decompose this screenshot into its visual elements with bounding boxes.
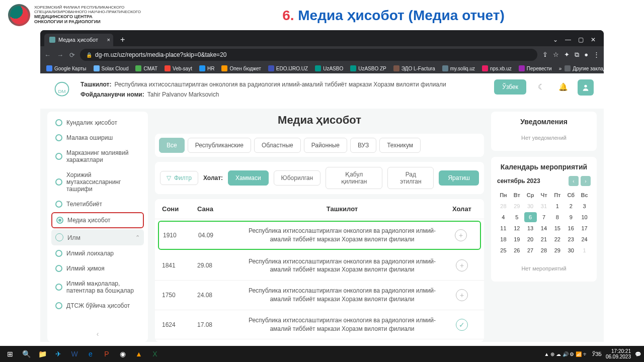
type-tab-region[interactable]: Областные — [254, 138, 301, 153]
calendar-day[interactable]: 28 — [538, 245, 550, 255]
calendar-prev-button[interactable]: ‹ — [569, 176, 579, 186]
type-tab-university[interactable]: ВУЗ — [350, 138, 376, 153]
table-row[interactable]: 162417.08Республика ихтисослаштирилган о… — [155, 310, 484, 340]
bell-icon[interactable]: 🔔 — [555, 79, 571, 95]
explorer-icon[interactable]: 📁 — [35, 347, 49, 361]
calendar-day[interactable]: 31 — [538, 201, 550, 211]
app-icon[interactable]: ▲ — [132, 347, 146, 361]
bookmarks-overflow-icon[interactable]: » — [559, 66, 562, 71]
minimize-icon[interactable]: — — [565, 36, 571, 43]
table-row[interactable]: 184129.08Республика ихтисослаштирилган о… — [155, 251, 484, 281]
type-tab-all[interactable]: Все — [159, 138, 185, 153]
bookmark-item[interactable]: CMAT — [135, 65, 157, 71]
calendar-day[interactable]: 29 — [511, 201, 523, 211]
tab-close-icon[interactable]: × — [107, 37, 110, 43]
calendar-day[interactable]: 6 — [524, 212, 537, 222]
bookmark-item[interactable]: Veb-sayt — [165, 65, 192, 71]
chrome-icon[interactable]: ◉ — [116, 347, 130, 361]
sidebar-item-media-report[interactable]: Медиа ҳисобот — [51, 212, 144, 228]
bookmark-item[interactable]: ЭДО L-Factura — [393, 65, 435, 71]
other-bookmarks[interactable]: Другие закладки — [565, 65, 604, 71]
calendar-day[interactable]: 7 — [538, 212, 550, 222]
calendar-day[interactable]: 8 — [551, 212, 564, 222]
browser-tab[interactable]: Медиа ҳисобот × — [44, 34, 113, 46]
calendar-day[interactable]: 15 — [551, 223, 564, 233]
status-pill-accepted[interactable]: Қабул қилинган — [326, 167, 382, 189]
search-icon[interactable]: 🔍 — [19, 347, 33, 361]
maximize-icon[interactable]: ▢ — [578, 36, 584, 43]
table-row[interactable]: 191004.09Республика ихтисослаштирилган о… — [158, 221, 481, 250]
calendar-day[interactable]: 16 — [565, 223, 577, 233]
calendar-day[interactable]: 17 — [578, 223, 591, 233]
status-plus-icon[interactable]: + — [456, 289, 468, 301]
new-tab-button[interactable]: + — [116, 33, 129, 46]
collections-icon[interactable]: ⧉ — [575, 51, 579, 59]
calendar-day[interactable]: 13 — [524, 223, 537, 233]
sidebar-item-articles[interactable]: Илмий мақолалар, патентлар ва бошқалар — [51, 277, 144, 298]
calendar-day[interactable]: 18 — [497, 234, 510, 244]
calendar-day[interactable]: 23 — [565, 234, 577, 244]
calendar-day[interactable]: 1 — [551, 201, 564, 211]
table-row[interactable]: 161916.08Республика ихтисослаштирилган о… — [155, 339, 484, 342]
calendar-day[interactable]: 25 — [497, 245, 510, 255]
calendar-next-button[interactable]: › — [581, 176, 591, 186]
powerpoint-icon[interactable]: P — [100, 347, 114, 361]
calendar-day[interactable]: 24 — [578, 234, 591, 244]
url-input[interactable]: 🔒 dg-m.uz/uz/reports/media-place?skip=0&… — [80, 49, 537, 61]
bookmark-item[interactable]: Solax Cloud — [94, 65, 129, 71]
calendar-day[interactable]: 29 — [551, 245, 564, 255]
user-profile-button[interactable] — [578, 79, 594, 96]
language-button[interactable]: Ўзбек — [494, 79, 526, 95]
calendar-day[interactable]: 1 — [578, 245, 591, 255]
table-row[interactable]: 175024.08Республика ихтисослаштирилган о… — [155, 281, 484, 310]
status-pill-all[interactable]: Хаммаси — [228, 170, 269, 186]
sidebar-item-qualification[interactable]: Малака ошириш — [51, 131, 144, 145]
calendar-day[interactable]: 14 — [538, 223, 550, 233]
create-button[interactable]: Яратиш — [439, 170, 479, 186]
sidebar-item-defense[interactable]: Илмий ҳимоя — [51, 261, 144, 276]
reload-icon[interactable]: ⟳ — [69, 51, 75, 59]
calendar-day[interactable]: 5 — [511, 212, 523, 222]
calendar-day[interactable]: 20 — [524, 234, 537, 244]
calendar-day[interactable]: 11 — [497, 223, 510, 233]
calendar-day[interactable]: 10 — [578, 212, 591, 222]
calendar-day[interactable]: 21 — [538, 234, 550, 244]
start-button[interactable]: ⊞ — [3, 347, 17, 361]
status-pill-sent[interactable]: Юборилган — [274, 170, 320, 186]
bookmark-item[interactable]: Опен бюджет — [221, 65, 261, 71]
filter-button[interactable]: ▽ Филтр — [160, 171, 198, 185]
tray-notification-icon[interactable]: 💬 — [635, 351, 641, 357]
profile-icon[interactable]: ● — [584, 51, 588, 59]
calendar-day[interactable]: 30 — [565, 245, 577, 255]
chevron-down-icon[interactable]: ⌄ — [553, 36, 558, 43]
bookmark-item[interactable]: UzASBO — [315, 65, 343, 71]
share-icon[interactable]: ⇪ — [542, 51, 548, 59]
sidebar-item-foreign-visits[interactable]: Хорижий мутахассисларнинг ташрифи — [51, 168, 144, 196]
status-plus-icon[interactable]: + — [455, 229, 467, 241]
calendar-day[interactable]: 28 — [497, 201, 510, 211]
bookmark-item[interactable]: EDO.IJRO.UZ — [268, 65, 308, 71]
sidebar-item-projects[interactable]: Илмий лоихалар — [51, 246, 144, 260]
edge-icon[interactable]: e — [84, 347, 98, 361]
bookmark-item[interactable]: HR — [199, 65, 214, 71]
bookmark-item[interactable]: Google Карты — [46, 65, 87, 71]
calendar-day[interactable]: 3 — [578, 201, 591, 211]
moon-icon[interactable]: ☾ — [533, 79, 548, 95]
forward-icon[interactable]: → — [57, 51, 63, 59]
close-icon[interactable]: ✕ — [591, 36, 596, 43]
status-plus-icon[interactable]: + — [456, 259, 468, 272]
star-icon[interactable]: ☆ — [553, 51, 559, 59]
calendar-day[interactable]: 26 — [511, 245, 523, 255]
calendar-day[interactable]: 2 — [565, 201, 577, 211]
calendar-day[interactable]: 9 — [565, 212, 577, 222]
tray-clock[interactable]: 17:20:21 06.09.2023 — [606, 348, 631, 359]
type-tab-republic[interactable]: Республиканские — [188, 138, 251, 153]
sidebar-item-telemedicine[interactable]: Телетиббиёт — [51, 197, 144, 211]
type-tab-technicum[interactable]: Техникум — [379, 138, 421, 153]
sidebar-item-finance[interactable]: Марказнинг молиявий харажатлари — [51, 146, 144, 167]
bookmark-item[interactable]: UzASBO ZP — [350, 65, 386, 71]
calendar-day[interactable]: 27 — [524, 245, 537, 255]
word-icon[interactable]: W — [67, 347, 82, 361]
sidebar-item-dtsj[interactable]: ДТСЖ бўйича ҳисобот — [51, 299, 144, 313]
calendar-day[interactable]: 12 — [511, 223, 523, 233]
